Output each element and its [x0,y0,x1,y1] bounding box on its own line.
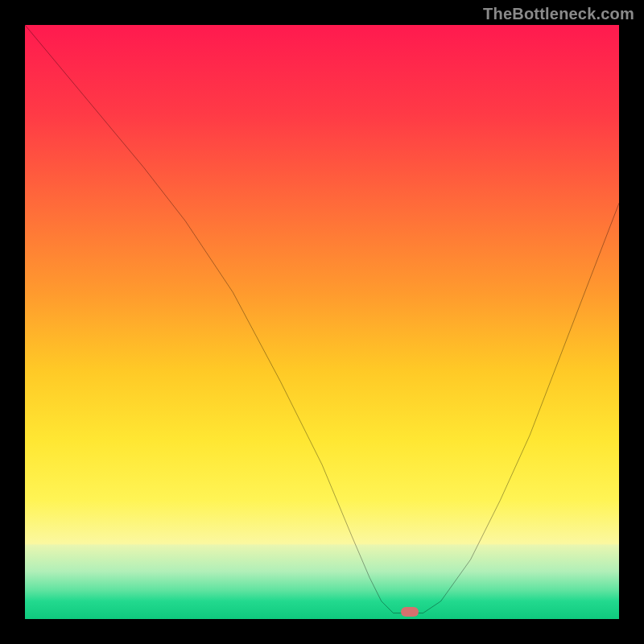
bottleneck-curve [25,25,619,619]
plot-area [25,25,619,619]
watermark-text: TheBottleneck.com [483,5,634,23]
curve-line [25,25,619,613]
chart-container: TheBottleneck.com [0,0,644,644]
optimum-marker [401,607,419,617]
